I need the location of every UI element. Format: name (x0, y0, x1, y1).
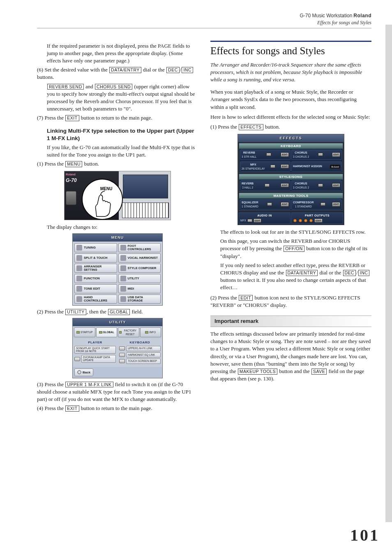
menu-item: ARRANGER SETTING (74, 264, 117, 273)
fx-group-keyboard: KEYBOARD REVERB3 STR HALLEDIT CHORUS3 CH… (239, 143, 343, 173)
fx-block: HARMONIST ASSIGNRoland (291, 161, 342, 172)
roland-badge: Roland (330, 165, 340, 168)
mic-icon (120, 255, 126, 261)
edit-icon: EDIT (314, 219, 323, 223)
arranger-icon (76, 265, 82, 271)
menu-item: FOOT CONTROLLERS (118, 243, 161, 252)
para: Here is how to select different effects … (210, 113, 371, 121)
menu-titlebar: MENU (73, 234, 162, 242)
fx-block: EQUALIZER1 STANDARDEDIT (240, 199, 291, 210)
edit-button: EDIT (239, 295, 253, 301)
edit-icon: EDIT (332, 202, 340, 206)
output-jack-icon (293, 219, 297, 223)
toggle-icon (119, 359, 125, 363)
dec-button: DEC (343, 270, 356, 276)
step-7: (7) Press the EXIT button to return to t… (37, 114, 198, 122)
right-step-2: (2) Press the EDIT button icon next to t… (210, 294, 371, 309)
linking-para: If you like, the G-70 can automatically … (47, 144, 198, 159)
data-entry-button: DATA/ENTRY (286, 270, 318, 276)
dec-button: DEC (166, 67, 180, 73)
reverb-send-label: REVERB SEND (47, 84, 84, 90)
remark-para: The effects settings discussed below are… (210, 330, 371, 382)
data-entry-button: DATA/ENTRY (109, 67, 141, 73)
folder-icon (99, 331, 102, 334)
edit-icon: EDIT (281, 183, 289, 187)
fx-group-mastering: MASTERING TOOLS EQUALIZER1 STANDARDEDIT … (239, 193, 343, 211)
save-field: SAVE (311, 368, 327, 375)
upper1-mfx-link-field: UPPER 1 M-FX LINK (65, 382, 113, 388)
toggle-icon (270, 165, 275, 168)
keyboard-icon (76, 255, 82, 261)
page-number: 101 (350, 524, 380, 547)
utility-icon (120, 276, 126, 281)
fx-block: REVERB3 HALL 2EDIT (240, 180, 291, 191)
function-icon (76, 276, 82, 281)
menu-item: VOCAL HARMONIST (118, 253, 161, 263)
product-name: G-70 Music Workstation (300, 13, 353, 18)
back-button: Back (74, 368, 93, 376)
utility-row: UPPER1 M-FX LINK (119, 346, 161, 351)
edit-icon: EDIT (254, 219, 262, 223)
section-title: Effects for songs and Styles (210, 41, 371, 58)
style-icon (120, 265, 126, 271)
tone-edit-icon (76, 286, 82, 292)
utility-field: UTILITY (65, 309, 86, 315)
fx-audio-in: AUDIO IN MFX EDIT (239, 212, 291, 224)
menu-item: UTILITY (118, 274, 161, 283)
utility-row: SONG/PLAY QUICK START FROM 1st NOTE (74, 346, 116, 354)
section-intro: The Arranger and Recorder/16-track Seque… (210, 61, 371, 84)
utility-titlebar: UTILITY (73, 318, 162, 326)
fx-part-outputs: PART OUTPUTS EDIT (291, 212, 343, 224)
menu-item: TUNING (74, 243, 117, 252)
edit-icon: EDIT (281, 202, 289, 206)
fx-block: CHORUS3 CHORUS 2EDIT (291, 150, 342, 160)
pointing-hand-icon (88, 189, 117, 217)
menu-button: MENU (65, 161, 82, 167)
utility-row: TOUCH SCREEN BEEP (119, 359, 161, 364)
fx-block: CHORUS3 CHORUS 2EDIT (291, 180, 342, 191)
left-step-2: (2) Press the UTILITY, then the GLOBAL f… (37, 308, 198, 315)
menu-item: HAND CONTROLLERS (74, 295, 117, 304)
para: When you start playback of a song or Mus… (210, 88, 371, 111)
utility-tab-active: GLOBAL (96, 327, 118, 337)
menu-item: FUNCTION (74, 274, 117, 283)
header-subtitle: Effects for songs and Styles (37, 19, 371, 26)
makeup-tools-button: MAKEUP TOOLS (238, 368, 277, 375)
utility-tab: STARTUP (74, 327, 95, 337)
side-thumb-tab (385, 25, 392, 522)
linking-subhead: Linking Multi-FX type selection to the U… (47, 127, 198, 142)
fx-block: MFX26 STMPBXDELAYEDIT (240, 161, 291, 172)
edit-icon: EDIT (332, 152, 340, 157)
toggle-icon (74, 357, 80, 361)
display-changes-caption: The display changes to: (47, 223, 198, 231)
left-step-4: (4) Press the EXIT button to return to t… (37, 405, 198, 412)
menu-hand-figure: Roland G-70 MENU (64, 171, 171, 220)
para: On this page, you can switch the REVERB … (220, 237, 371, 260)
effects-button: EFFECTS (239, 124, 263, 130)
tuning-fork-icon (76, 245, 82, 251)
menu-item: STYLE COMPOSER (118, 264, 161, 273)
folder-icon (119, 331, 122, 334)
utility-tab: FACTORY RESET (118, 327, 139, 337)
right-step-1: (1) Press the EFFECTS button. (210, 123, 371, 131)
left-column: If the required parameter is not display… (37, 41, 198, 414)
utility-col-head: PLAYER (74, 340, 116, 345)
intro-para: If the required parameter is not display… (47, 42, 198, 65)
fx-block: COMPRESSOR1 STANDARDEDIT (291, 199, 342, 210)
inc-button: INC (358, 270, 370, 276)
offon-button: OFF/ON (284, 246, 304, 252)
output-jack-icon (298, 219, 302, 223)
chorus-send-label: CHORUS SEND (95, 84, 132, 90)
important-remark-head: Important remark (210, 315, 371, 327)
toggle-icon (318, 153, 323, 156)
toggle-icon (321, 203, 325, 206)
edit-icon: EDIT (281, 164, 289, 168)
utility-tab: INFO (140, 327, 161, 337)
left-step-1: (1) Press the MENU button. (37, 160, 198, 168)
folder-icon (76, 331, 80, 334)
inc-button: INC (182, 67, 193, 73)
para: If you only need to select another effec… (220, 262, 371, 292)
menu-item: USB DATA STORAGE (118, 295, 161, 304)
output-jack-icon (309, 219, 313, 223)
output-jack-icon (304, 219, 308, 223)
